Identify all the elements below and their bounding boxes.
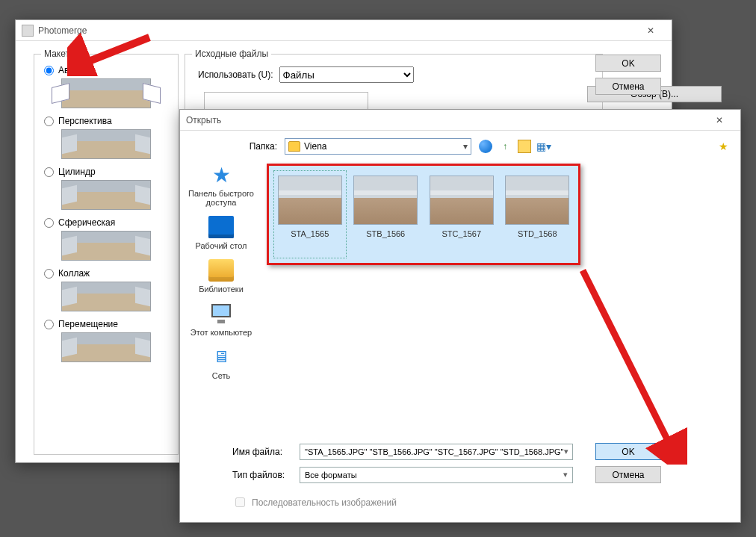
layout-auto[interactable]: Авто: [44, 65, 168, 75]
layout-spherical-thumb: [61, 231, 151, 261]
folder-select[interactable]: Viena ▾: [285, 138, 471, 155]
open-dialog: Открыть ✕ Папка: Viena ▾ ↑ ▦▾ ★ Панель б…: [179, 109, 741, 523]
layout-collage[interactable]: Коллаж: [44, 268, 168, 279]
file-list-area[interactable]: STA_1565 STB_1566 STC_1567 STD_1568: [262, 159, 740, 438]
folder-value: Viena: [304, 141, 326, 152]
filetype-label: Тип файлов:: [232, 470, 291, 480]
new-folder-icon[interactable]: [518, 140, 531, 153]
image-thumb: [353, 176, 418, 225]
file-item[interactable]: STC_1567: [425, 170, 498, 258]
pm-ok-button[interactable]: OK: [595, 55, 661, 72]
open-titlebar: Открыть ✕: [180, 110, 740, 131]
open-cancel-button[interactable]: Отмена: [595, 466, 661, 483]
layout-perspective[interactable]: Перспектива: [44, 116, 168, 126]
image-thumb: [430, 176, 494, 225]
up-folder-icon[interactable]: ↑: [498, 140, 512, 153]
layout-collage-thumb: [61, 282, 151, 311]
nav-quick-access[interactable]: Панель быстрого доступа: [180, 164, 262, 207]
layout-fieldset: Макет Авто Перспектива Цилиндр Сферическ…: [34, 49, 179, 455]
file-item[interactable]: STD_1568: [501, 170, 574, 258]
photomerge-title: Photomerge: [38, 25, 87, 36]
layout-auto-thumb: [61, 78, 151, 108]
pm-cancel-button[interactable]: Отмена: [595, 78, 661, 95]
favorite-icon[interactable]: ★: [716, 140, 730, 153]
filename-label: Имя файла:: [232, 447, 291, 457]
image-sequence-checkbox[interactable]: Последовательность изображений: [232, 495, 730, 509]
view-menu-icon[interactable]: ▦▾: [537, 140, 551, 153]
layout-reposition-thumb: [61, 332, 151, 362]
layout-legend: Макет: [41, 49, 72, 59]
file-item[interactable]: STA_1565: [273, 170, 347, 258]
filename-input[interactable]: "STA_1565.JPG" "STB_1566.JPG" "STC_1567.…: [300, 444, 573, 460]
filetype-select[interactable]: Все форматы▾: [300, 467, 573, 483]
file-item[interactable]: STB_1566: [350, 170, 423, 258]
open-ok-button[interactable]: OK: [595, 443, 661, 460]
layout-reposition[interactable]: Перемещение: [44, 319, 168, 329]
layout-cylinder[interactable]: Цилиндр: [44, 167, 168, 177]
close-icon[interactable]: ✕: [704, 110, 734, 131]
image-thumb: [278, 176, 342, 225]
chevron-down-icon: ▾: [463, 141, 468, 152]
source-legend: Исходные файлы: [192, 49, 271, 59]
photomerge-titlebar: Photomerge ✕: [16, 20, 672, 41]
open-nav-panel: Панель быстрого доступа Рабочий стол Биб…: [180, 159, 262, 438]
back-web-icon[interactable]: [479, 140, 492, 153]
app-icon: [22, 25, 34, 37]
selection-highlight: STA_1565 STB_1566 STC_1567 STD_1568: [267, 164, 580, 265]
nav-libraries[interactable]: Библиотеки: [180, 259, 262, 294]
use-label: Использовать (U):: [198, 69, 273, 80]
image-thumb: [505, 176, 569, 225]
close-icon[interactable]: ✕: [636, 20, 666, 41]
chevron-down-icon: ▾: [564, 447, 568, 456]
layout-perspective-thumb: [61, 129, 151, 159]
folder-label: Папка:: [232, 141, 277, 152]
open-title: Открыть: [186, 115, 221, 125]
nav-network[interactable]: Сеть: [180, 346, 262, 380]
nav-desktop[interactable]: Рабочий стол: [180, 216, 262, 250]
layout-cylinder-thumb: [61, 180, 151, 210]
folder-icon: [288, 141, 300, 152]
use-select[interactable]: Файлы: [279, 66, 414, 83]
nav-this-pc[interactable]: Этот компьютер: [180, 302, 262, 337]
chevron-down-icon: ▾: [563, 470, 568, 479]
layout-spherical[interactable]: Сферическая: [44, 217, 168, 228]
